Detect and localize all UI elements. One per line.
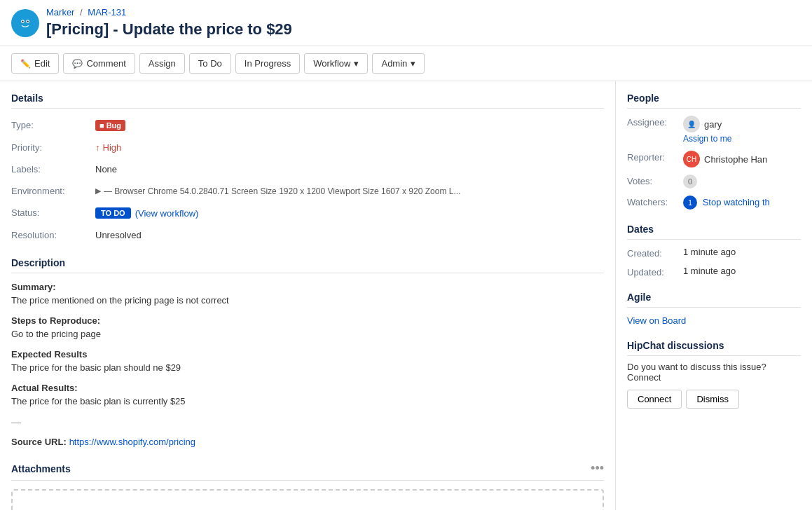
attachments-section: Attachments ••• ☁ Drop files to attach, …: [11, 461, 604, 510]
hipchat-title: HipChat discussions: [627, 340, 801, 356]
actual-item: Actual Results: The price for the basic …: [11, 383, 604, 406]
steps-text: Go to the pricing page: [11, 329, 604, 339]
attachments-header: Attachments •••: [11, 461, 604, 481]
assign-to-me-link[interactable]: Assign to me: [683, 134, 801, 144]
votes-badge: 0: [683, 175, 697, 189]
watchers-row: Watchers: 1 Stop watching th: [627, 196, 801, 210]
created-row: Created: 1 minute ago: [627, 247, 801, 259]
stop-watching-link[interactable]: Stop watching th: [703, 197, 770, 207]
in-progress-button[interactable]: In Progress: [235, 53, 300, 74]
priority-arrow-icon: ↑: [95, 142, 100, 153]
updated-label: Updated:: [627, 266, 683, 278]
reporter-row: Reporter: CH Christophe Han: [627, 151, 801, 167]
admin-dropdown-icon: ▾: [411, 58, 415, 69]
avatar: 👤: [683, 116, 700, 132]
view-board-link[interactable]: View on Board: [627, 315, 686, 326]
assignee-row: Assignee: 👤 gary Assign to me: [627, 116, 801, 144]
admin-button[interactable]: Admin ▾: [372, 53, 425, 74]
hipchat-buttons: Connect Dismiss: [627, 390, 801, 409]
votes-row: Votes: 0: [627, 175, 801, 189]
priority-value: ↑ High: [95, 139, 604, 156]
todo-button[interactable]: To Do: [189, 53, 231, 74]
environment-label: Environment:: [11, 183, 95, 199]
description-section: Description Summary: The price mentioned…: [11, 257, 604, 447]
svg-point-4: [27, 20, 28, 22]
attachments-more-button[interactable]: •••: [591, 461, 604, 476]
details-grid: Type: ■ Bug Priority: ↑ High Labels: Non…: [11, 117, 604, 243]
people-section: People Assignee: 👤 gary Assign to me Rep…: [627, 93, 801, 210]
edit-button[interactable]: ✏️ Edit: [11, 53, 59, 74]
bug-icon: ■: [99, 121, 104, 130]
type-label: Type:: [11, 117, 95, 134]
type-value: ■ Bug: [95, 117, 604, 134]
steps-title: Steps to Reproduce:: [11, 315, 604, 326]
edit-icon: ✏️: [20, 59, 31, 69]
resolution-value: Unresolved: [95, 227, 604, 243]
labels-value: None: [95, 161, 604, 177]
updated-value: 1 minute ago: [683, 266, 801, 276]
resolution-label: Resolution:: [11, 227, 95, 243]
upload-icon: ☁: [27, 505, 589, 510]
created-value: 1 minute ago: [683, 247, 801, 257]
assignee-label: Assignee:: [627, 116, 683, 128]
assignee-name: gary: [704, 119, 722, 130]
breadcrumb-project[interactable]: Marker: [46, 7, 74, 18]
description-section-title: Description: [11, 257, 604, 273]
dismiss-button[interactable]: Dismiss: [686, 390, 739, 409]
source-url-link[interactable]: https://www.shopify.com/pricing: [69, 437, 195, 447]
breadcrumb-id[interactable]: MAR-131: [88, 7, 126, 18]
comment-button[interactable]: 💬 Comment: [63, 53, 135, 74]
assignee-value: 👤 gary Assign to me: [683, 116, 801, 144]
people-title: People: [627, 93, 801, 109]
title-area: Marker / MAR-131 [Pricing] - Update the …: [46, 7, 292, 39]
breadcrumb: Marker / MAR-131: [46, 7, 292, 18]
expected-title: Expected Results: [11, 349, 604, 360]
updated-row: Updated: 1 minute ago: [627, 266, 801, 278]
issue-title: [Pricing] - Update the price to $29: [46, 20, 292, 39]
breadcrumb-separator: /: [80, 7, 83, 18]
env-arrow-icon: ▶: [95, 186, 101, 196]
steps-item: Steps to Reproduce: Go to the pricing pa…: [11, 315, 604, 339]
sidebar: People Assignee: 👤 gary Assign to me Rep…: [616, 81, 812, 510]
svg-point-0: [18, 15, 33, 31]
top-bar: Marker / MAR-131 [Pricing] - Update the …: [0, 0, 812, 46]
dates-title: Dates: [627, 224, 801, 240]
reporter-area: CH Christophe Han: [683, 151, 801, 167]
workflow-button[interactable]: Workflow ▾: [304, 53, 368, 74]
created-label: Created:: [627, 247, 683, 259]
comment-icon: 💬: [72, 59, 83, 69]
source-url-item: Source URL: https://www.shopify.com/pric…: [11, 436, 604, 447]
expected-item: Expected Results The price for the basic…: [11, 349, 604, 373]
priority-high: ↑ High: [95, 142, 121, 153]
svg-point-3: [22, 20, 23, 22]
reporter-label: Reporter:: [627, 151, 683, 163]
hipchat-section: HipChat discussions Do you want to discu…: [627, 340, 801, 409]
source-url-label: Source URL:: [11, 437, 67, 447]
attachments-title: Attachments: [11, 463, 71, 474]
logo: [11, 9, 39, 37]
view-workflow-link[interactable]: (View workflow): [135, 208, 199, 219]
actual-text: The price for the basic plan is currentl…: [11, 396, 604, 406]
desc-separator: —: [11, 416, 604, 427]
agile-section: Agile View on Board: [627, 292, 801, 326]
assign-button[interactable]: Assign: [139, 53, 185, 74]
expected-text: The price for the basic plan should ne $…: [11, 362, 604, 373]
reporter-name: Christophe Han: [704, 154, 767, 165]
actual-title: Actual Results:: [11, 383, 604, 393]
environment-value: ▶ — Browser Chrome 54.0.2840.71 Screen S…: [95, 183, 604, 199]
connect-button[interactable]: Connect: [627, 390, 682, 409]
votes-value: 0: [683, 175, 801, 189]
details-section-title: Details: [11, 93, 604, 109]
agile-title: Agile: [627, 292, 801, 308]
summary-text: The price mentioned on the pricing page …: [11, 295, 604, 306]
status-badge: TO DO: [95, 207, 131, 219]
watchers-label: Watchers:: [627, 196, 683, 207]
drop-zone[interactable]: ☁ Drop files to attach, or browse.: [11, 489, 604, 510]
status-value: TO DO (View workflow): [95, 205, 604, 221]
main-layout: Details Type: ■ Bug Priority: ↑ High Lab…: [0, 81, 812, 510]
assignee-area: 👤 gary: [683, 116, 801, 132]
watchers-value: 1 Stop watching th: [683, 196, 801, 210]
watchers-badge: 1: [683, 196, 697, 210]
content-area: Details Type: ■ Bug Priority: ↑ High Lab…: [0, 81, 616, 510]
summary-item: Summary: The price mentioned on the pric…: [11, 282, 604, 306]
